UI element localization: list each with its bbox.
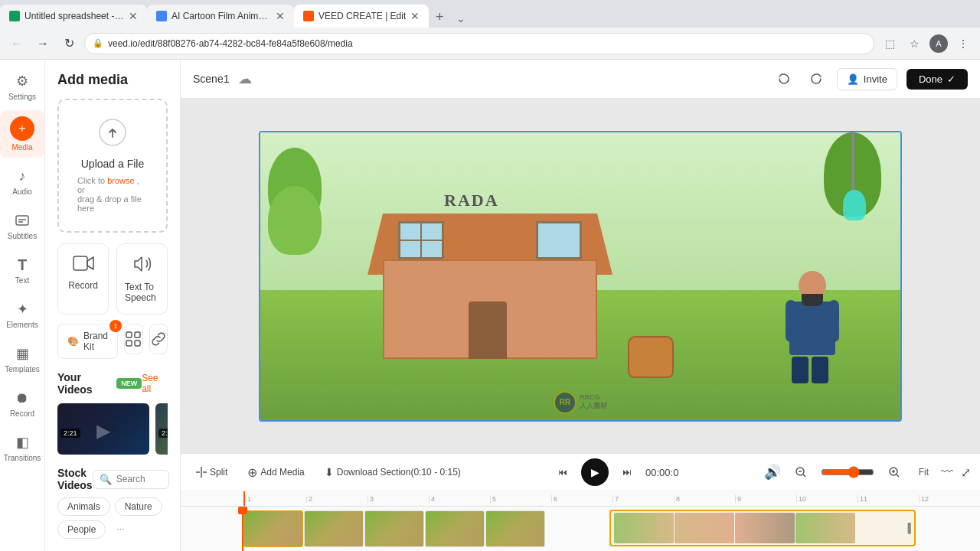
sidebar-item-audio[interactable]: ♪ Audio xyxy=(0,161,44,202)
new-badge: NEW xyxy=(116,378,142,389)
link-button[interactable] xyxy=(149,324,168,354)
tab-close-cartoon[interactable]: ✕ xyxy=(276,10,285,22)
record-sidebar-icon: ⏺ xyxy=(13,389,31,407)
new-tab-button[interactable]: + xyxy=(429,6,450,28)
app: ⚙ Settings + Media ♪ Audio Subtitles T T… xyxy=(0,60,980,551)
bookmark-button[interactable]: ☆ xyxy=(903,33,925,54)
search-icon: 🔍 xyxy=(100,474,112,485)
browser-toolbar: ← → ↻ 🔒 veed.io/edit/88f08276-ab74-4282-… xyxy=(0,28,980,60)
record-button[interactable]: Record xyxy=(57,243,109,315)
play-button[interactable]: ▶ xyxy=(581,458,609,486)
tag-people[interactable]: People xyxy=(57,520,106,539)
brand-kit-button[interactable]: 🎨 Brand Kit 1 xyxy=(57,324,118,359)
video-track[interactable] xyxy=(243,510,545,547)
invite-label: Invite xyxy=(864,73,887,85)
reload-button[interactable]: ↻ xyxy=(58,33,80,54)
tab-overflow-button[interactable]: ⌄ xyxy=(450,9,472,28)
media-icon: + xyxy=(10,116,34,141)
tab-close-sheets[interactable]: ✕ xyxy=(129,10,138,22)
svg-rect-8 xyxy=(135,341,140,346)
ruler-mark: 7 xyxy=(612,495,674,503)
fit-button[interactable]: Fit xyxy=(914,465,933,479)
tab-title-veed: VEED CREATE | Edit xyxy=(318,11,406,21)
browse-link[interactable]: browse xyxy=(107,176,134,185)
forward-button[interactable]: → xyxy=(32,33,54,54)
profile-button[interactable]: A xyxy=(928,33,949,54)
ruler-mark: 3 xyxy=(368,495,429,503)
svg-line-18 xyxy=(897,474,899,477)
tag-more[interactable]: ··· xyxy=(110,520,130,539)
rewind-button[interactable]: ⏮ xyxy=(552,464,573,481)
address-bar[interactable]: 🔒 veed.io/edit/88f08276-ab74-4282-bc84-f… xyxy=(84,33,874,54)
upload-title: Upload a File xyxy=(81,158,145,170)
sidebar-item-settings[interactable]: ⚙ Settings xyxy=(0,66,44,107)
add-media-button[interactable]: ⊕ Add Media xyxy=(241,462,310,483)
ruler-mark: 9 xyxy=(735,495,796,503)
ruler-mark: 6 xyxy=(551,495,612,503)
track-scrubber xyxy=(242,507,243,551)
upload-zone[interactable]: Upload a File Click to browse , or drag … xyxy=(57,99,168,233)
zoom-out-button[interactable] xyxy=(789,463,813,481)
tab-title-cartoon: AI Cartoon Film Animation - C... xyxy=(172,11,271,21)
done-button[interactable]: Done ✓ xyxy=(906,69,968,90)
tab-veed[interactable]: VEED CREATE | Edit ✕ xyxy=(294,5,429,28)
scene-name: Scene1 xyxy=(193,73,229,85)
tab-favicon-veed xyxy=(303,11,314,21)
sidebar-item-subtitles[interactable]: Subtitles xyxy=(0,205,44,246)
stock-search-row: 🔍 xyxy=(93,470,169,489)
sidebar-item-elements[interactable]: ✦ Elements xyxy=(0,294,44,335)
tag-nature[interactable]: Nature xyxy=(115,497,162,516)
sidebar-item-text[interactable]: T Text xyxy=(0,249,44,291)
tts-button[interactable]: Text To Speech xyxy=(116,243,168,315)
ruler-mark: 11 xyxy=(858,495,919,503)
stock-videos-header: Stock Videos 🔍 xyxy=(57,467,168,491)
wave-button[interactable]: 〰 xyxy=(941,465,953,479)
panel-title: Add media xyxy=(57,72,168,88)
sidebar-label-record: Record xyxy=(10,409,34,418)
ruler-mark: 8 xyxy=(674,495,735,503)
tab-close-veed[interactable]: ✕ xyxy=(410,10,420,22)
see-all-link[interactable]: See all xyxy=(142,373,168,394)
expand-button[interactable]: ⤢ xyxy=(961,465,971,480)
zoom-in-button[interactable] xyxy=(882,463,906,481)
svg-line-14 xyxy=(803,474,805,477)
redo-button[interactable] xyxy=(805,67,828,90)
video-thumb-2[interactable]: ▶ 2:22 Leonardo_Diffusion_c... xyxy=(155,403,168,455)
sidebar-item-record[interactable]: ⏺ Record xyxy=(0,383,44,424)
sidebar-item-transitions[interactable]: ◧ Transitions xyxy=(0,427,44,468)
your-videos-header: Your Videos NEW See all xyxy=(57,371,168,396)
stock-tags: Animals Nature People ··· xyxy=(57,497,168,539)
download-section-button[interactable]: ⬇ Download Section(0:10 - 0:15) xyxy=(318,463,467,481)
stock-search-input[interactable] xyxy=(116,474,162,484)
tab-cartoon[interactable]: AI Cartoon Film Animation - C... ✕ xyxy=(147,5,294,28)
invite-button[interactable]: 👤 Invite xyxy=(837,68,897,90)
tab-sheets[interactable]: Untitled spreadsheet - Goo... ✕ xyxy=(0,5,147,28)
time-display: 00:00:0 xyxy=(645,467,678,478)
svg-rect-6 xyxy=(135,332,140,337)
back-button[interactable]: ← xyxy=(6,33,28,54)
video-grid: ▶ 2:21 Scene1_AdobeExpres... ▶ 2:22 Leon… xyxy=(57,403,168,455)
sidebar-item-templates[interactable]: ▦ Templates xyxy=(0,338,44,380)
selected-track-region: ▐ xyxy=(609,510,916,546)
split-button[interactable]: Split xyxy=(190,464,234,481)
elements-icon: ✦ xyxy=(13,300,31,318)
url-text: veed.io/edit/88f08276-ab74-4282-bc84-fe8… xyxy=(108,38,353,49)
menu-button[interactable]: ⋮ xyxy=(952,33,974,54)
split-label: Split xyxy=(210,467,227,478)
sidebar-item-media[interactable]: + Media xyxy=(0,110,44,158)
download-icon: ⬇ xyxy=(325,466,334,478)
record-icon xyxy=(73,255,94,276)
fast-forward-button[interactable]: ⏭ xyxy=(616,464,638,481)
integration-button[interactable] xyxy=(124,324,142,354)
add-media-label: Add Media xyxy=(260,467,304,478)
volume-button[interactable]: 🔊 xyxy=(764,464,781,481)
templates-icon: ▦ xyxy=(13,344,31,363)
undo-button[interactable] xyxy=(773,67,795,90)
sidebar-label-elements: Elements xyxy=(6,321,38,329)
extensions-button[interactable]: ⬚ xyxy=(879,33,900,54)
extra-buttons: 🎨 Brand Kit 1 xyxy=(57,324,168,359)
video-thumb-1[interactable]: ▶ 2:21 Scene1_AdobeExpres... xyxy=(57,403,149,455)
zoom-range[interactable] xyxy=(821,466,874,478)
done-label: Done xyxy=(919,73,942,85)
tag-animals[interactable]: Animals xyxy=(57,497,110,516)
